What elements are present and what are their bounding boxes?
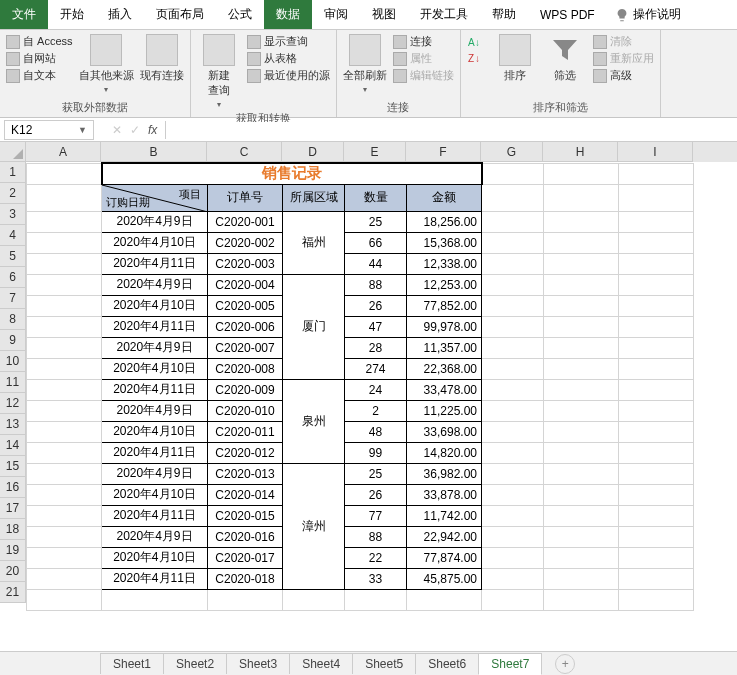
cell-region[interactable]: 厦门 xyxy=(283,274,345,379)
menu-review[interactable]: 审阅 xyxy=(312,0,360,29)
from-access[interactable]: 自 Access xyxy=(6,34,73,49)
existing-conn[interactable]: 现有连接 xyxy=(140,34,184,83)
cell-date[interactable]: 2020年4月10日 xyxy=(102,295,208,316)
cell-order[interactable]: C2020-016 xyxy=(208,526,283,547)
row-header-8[interactable]: 8 xyxy=(0,309,26,330)
column-headers[interactable]: ABCDEFGHI xyxy=(26,142,737,162)
cell-order[interactable]: C2020-012 xyxy=(208,442,283,463)
cell-date[interactable]: 2020年4月9日 xyxy=(102,274,208,295)
cell-qty[interactable]: 88 xyxy=(345,526,407,547)
sheet-table[interactable]: 销售记录项目订购日期订单号所属区域数量金额2020年4月9日C2020-001福… xyxy=(26,162,694,611)
cell-amount[interactable]: 77,852.00 xyxy=(407,295,482,316)
cell-amount[interactable]: 11,742.00 xyxy=(407,505,482,526)
cell-qty[interactable]: 44 xyxy=(345,253,407,274)
row-header-7[interactable]: 7 xyxy=(0,288,26,309)
name-box[interactable]: K12▼ xyxy=(4,120,94,140)
cell-date[interactable]: 2020年4月10日 xyxy=(102,358,208,379)
cell-qty[interactable]: 274 xyxy=(345,358,407,379)
cell-region[interactable]: 福州 xyxy=(283,211,345,274)
col-header-H[interactable]: H xyxy=(543,142,618,162)
cell-amount[interactable]: 12,338.00 xyxy=(407,253,482,274)
row-header-15[interactable]: 15 xyxy=(0,456,26,477)
row-header-1[interactable]: 1 xyxy=(0,162,26,183)
cell-qty[interactable]: 66 xyxy=(345,232,407,253)
from-web[interactable]: 自网站 xyxy=(6,51,73,66)
cell-date[interactable]: 2020年4月10日 xyxy=(102,484,208,505)
from-text[interactable]: 自文本 xyxy=(6,68,73,83)
col-header-D[interactable]: D xyxy=(282,142,344,162)
cell-date[interactable]: 2020年4月9日 xyxy=(102,400,208,421)
from-other[interactable]: 自其他来源▾ xyxy=(79,34,134,94)
cell-region[interactable]: 泉州 xyxy=(283,379,345,463)
cell-amount[interactable]: 22,368.00 xyxy=(407,358,482,379)
show-query[interactable]: 显示查询 xyxy=(247,34,330,49)
cell-qty[interactable]: 47 xyxy=(345,316,407,337)
cell-order[interactable]: C2020-009 xyxy=(208,379,283,400)
sort-desc[interactable]: Z↓ xyxy=(467,50,487,66)
cell-order[interactable]: C2020-001 xyxy=(208,211,283,232)
cell-date[interactable]: 2020年4月9日 xyxy=(102,337,208,358)
sheet-tab-Sheet5[interactable]: Sheet5 xyxy=(352,653,416,674)
sheet-tab-Sheet7[interactable]: Sheet7 xyxy=(478,653,542,675)
cell-order[interactable]: C2020-018 xyxy=(208,568,283,589)
sheet-tab-Sheet2[interactable]: Sheet2 xyxy=(163,653,227,674)
from-table[interactable]: 从表格 xyxy=(247,51,330,66)
sheet-tab-Sheet4[interactable]: Sheet4 xyxy=(289,653,353,674)
row-header-17[interactable]: 17 xyxy=(0,498,26,519)
row-header-10[interactable]: 10 xyxy=(0,351,26,372)
col-header-C[interactable]: C xyxy=(207,142,282,162)
cell-qty[interactable]: 26 xyxy=(345,295,407,316)
row-header-12[interactable]: 12 xyxy=(0,393,26,414)
header-region[interactable]: 所属区域 xyxy=(283,184,345,211)
cell-qty[interactable]: 22 xyxy=(345,547,407,568)
header-qty[interactable]: 数量 xyxy=(345,184,407,211)
cell-amount[interactable]: 77,874.00 xyxy=(407,547,482,568)
row-header-2[interactable]: 2 xyxy=(0,183,26,204)
menu-file[interactable]: 文件 xyxy=(0,0,48,29)
row-header-6[interactable]: 6 xyxy=(0,267,26,288)
row-header-21[interactable]: 21 xyxy=(0,582,26,603)
cell-amount[interactable]: 99,978.00 xyxy=(407,316,482,337)
cell-date[interactable]: 2020年4月9日 xyxy=(102,526,208,547)
cell-amount[interactable]: 33,878.00 xyxy=(407,484,482,505)
cell-amount[interactable]: 12,253.00 xyxy=(407,274,482,295)
select-all-corner[interactable] xyxy=(0,142,26,162)
cell-amount[interactable]: 36,982.00 xyxy=(407,463,482,484)
cell-qty[interactable]: 25 xyxy=(345,211,407,232)
cell-date[interactable]: 2020年4月9日 xyxy=(102,463,208,484)
cell-date[interactable]: 2020年4月11日 xyxy=(102,316,208,337)
row-header-11[interactable]: 11 xyxy=(0,372,26,393)
menu-help[interactable]: 帮助 xyxy=(480,0,528,29)
menu-view[interactable]: 视图 xyxy=(360,0,408,29)
title-cell[interactable]: 销售记录 xyxy=(102,163,482,184)
row-header-14[interactable]: 14 xyxy=(0,435,26,456)
connections[interactable]: 连接 xyxy=(393,34,454,49)
tell-me[interactable]: 操作说明 xyxy=(607,0,689,29)
cell-order[interactable]: C2020-003 xyxy=(208,253,283,274)
cell-amount[interactable]: 11,225.00 xyxy=(407,400,482,421)
cell-qty[interactable]: 88 xyxy=(345,274,407,295)
menu-dev[interactable]: 开发工具 xyxy=(408,0,480,29)
cell-qty[interactable]: 77 xyxy=(345,505,407,526)
header-diagonal[interactable]: 项目订购日期 xyxy=(102,184,208,211)
row-header-18[interactable]: 18 xyxy=(0,519,26,540)
cell-date[interactable]: 2020年4月11日 xyxy=(102,442,208,463)
cell-qty[interactable]: 2 xyxy=(345,400,407,421)
cell-amount[interactable]: 18,256.00 xyxy=(407,211,482,232)
cell-date[interactable]: 2020年4月10日 xyxy=(102,421,208,442)
cell-amount[interactable]: 22,942.00 xyxy=(407,526,482,547)
row-header-3[interactable]: 3 xyxy=(0,204,26,225)
cell-order[interactable]: C2020-014 xyxy=(208,484,283,505)
new-sheet-button[interactable]: + xyxy=(555,654,575,674)
cell-date[interactable]: 2020年4月9日 xyxy=(102,211,208,232)
cell-order[interactable]: C2020-015 xyxy=(208,505,283,526)
cell-order[interactable]: C2020-004 xyxy=(208,274,283,295)
menu-layout[interactable]: 页面布局 xyxy=(144,0,216,29)
formula-input[interactable] xyxy=(174,122,574,137)
row-header-5[interactable]: 5 xyxy=(0,246,26,267)
menu-start[interactable]: 开始 xyxy=(48,0,96,29)
row-header-19[interactable]: 19 xyxy=(0,540,26,561)
recent-sources[interactable]: 最近使用的源 xyxy=(247,68,330,83)
row-header-4[interactable]: 4 xyxy=(0,225,26,246)
cell-qty[interactable]: 25 xyxy=(345,463,407,484)
